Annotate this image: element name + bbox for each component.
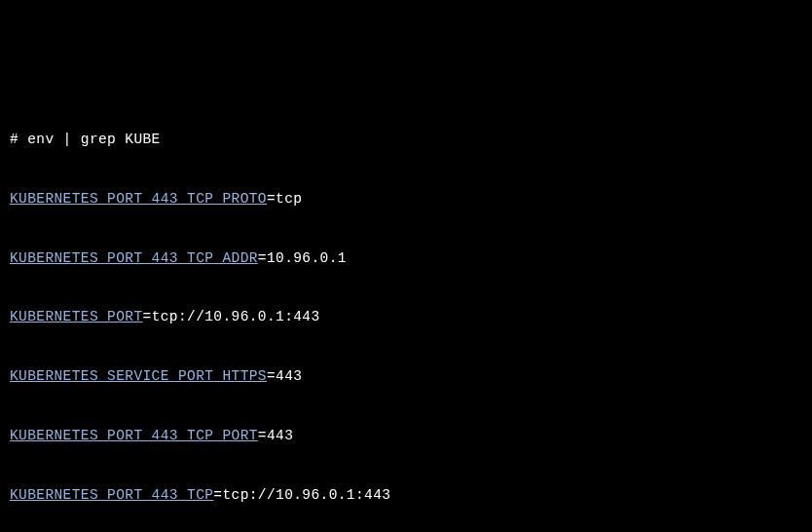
env-equals: = <box>143 309 152 324</box>
env-value: tcp://10.96.0.1:443 <box>222 487 390 503</box>
env-line-2: KUBERNETES_PORT=tcp://10.96.0.1:443 <box>10 302 802 331</box>
env-line-1: KUBERNETES_PORT_443_TCP_ADDR=10.96.0.1 <box>10 244 802 273</box>
env-line-4: KUBERNETES_PORT_443_TCP_PORT=443 <box>10 421 802 450</box>
env-line-0: KUBERNETES_PORT_443_TCP_PROTO=tcp <box>10 184 802 213</box>
env-value: 443 <box>267 428 293 443</box>
env-key: KUBERNETES_PORT <box>10 309 143 324</box>
env-key: KUBERNETES_PORT_443_TCP_PROTO <box>10 191 267 207</box>
env-value: 443 <box>276 368 302 384</box>
env-value: 10.96.0.1 <box>267 250 347 266</box>
env-key: KUBERNETES_PORT_443_TCP_ADDR <box>10 250 258 266</box>
env-key: KUBERNETES_PORT_443_TCP_PORT <box>10 428 258 443</box>
env-equals: = <box>258 250 267 266</box>
prompt-1: # <box>10 132 27 147</box>
env-value: tcp://10.96.0.1:443 <box>152 309 320 324</box>
env-value: tcp <box>276 191 302 207</box>
env-equals: = <box>258 428 267 443</box>
env-line-5: KUBERNETES_PORT_443_TCP=tcp://10.96.0.1:… <box>10 480 802 510</box>
command-line-1[interactable]: # env | grep KUBE <box>10 125 802 154</box>
env-key: KUBERNETES_PORT_443_TCP <box>10 487 213 503</box>
command-text-1: env | grep KUBE <box>27 132 161 147</box>
env-line-3: KUBERNETES_SERVICE_PORT_HTTPS=443 <box>10 361 802 391</box>
env-equals: = <box>267 191 276 207</box>
env-key: KUBERNETES_SERVICE_PORT_HTTPS <box>10 368 267 384</box>
env-equals: = <box>267 368 276 384</box>
